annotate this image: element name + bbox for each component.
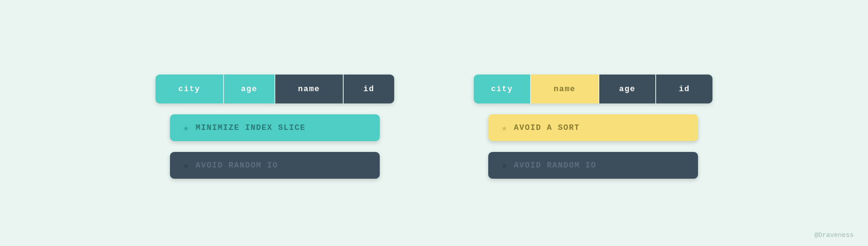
minimize-index-slice-button[interactable]: ★ MINIMIZE INDEX SLICE <box>170 114 380 141</box>
left-bar-id: id <box>344 75 394 103</box>
main-container: city age name id ★ MINIMIZE INDEX SLICE … <box>152 67 716 179</box>
left-index-bar: city age name id <box>156 75 394 103</box>
right-avoid-random-io-star-icon: ★ <box>501 159 508 171</box>
attribution-text: @Draveness <box>814 232 854 239</box>
left-bar-city: city <box>156 75 223 103</box>
minimize-index-slice-label: MINIMIZE INDEX SLICE <box>196 123 306 132</box>
left-avoid-random-io-button[interactable]: ★ AVOID RANDOM IO <box>170 152 380 179</box>
left-panel: city age name id ★ MINIMIZE INDEX SLICE … <box>152 75 398 179</box>
right-avoid-random-io-label: AVOID RANDOM IO <box>514 161 596 170</box>
left-avoid-random-io-star-icon: ★ <box>183 159 190 171</box>
right-bar-name: name <box>531 75 599 103</box>
avoid-sort-star-icon: ★ <box>501 122 508 134</box>
avoid-a-sort-label: AVOID A SORT <box>514 123 580 132</box>
right-index-bar: city name age id <box>474 75 712 103</box>
right-bar-id: id <box>656 75 712 103</box>
left-bar-age: age <box>224 75 275 103</box>
left-avoid-random-io-label: AVOID RANDOM IO <box>196 161 278 170</box>
minimize-star-icon: ★ <box>183 122 190 134</box>
right-bar-age: age <box>599 75 656 103</box>
left-bar-name: name <box>275 75 343 103</box>
right-bar-city: city <box>474 75 530 103</box>
avoid-a-sort-button[interactable]: ★ AVOID A SORT <box>488 114 698 141</box>
right-panel: city name age id ★ AVOID A SORT ★ AVOID … <box>470 75 716 179</box>
right-avoid-random-io-button[interactable]: ★ AVOID RANDOM IO <box>488 152 698 179</box>
